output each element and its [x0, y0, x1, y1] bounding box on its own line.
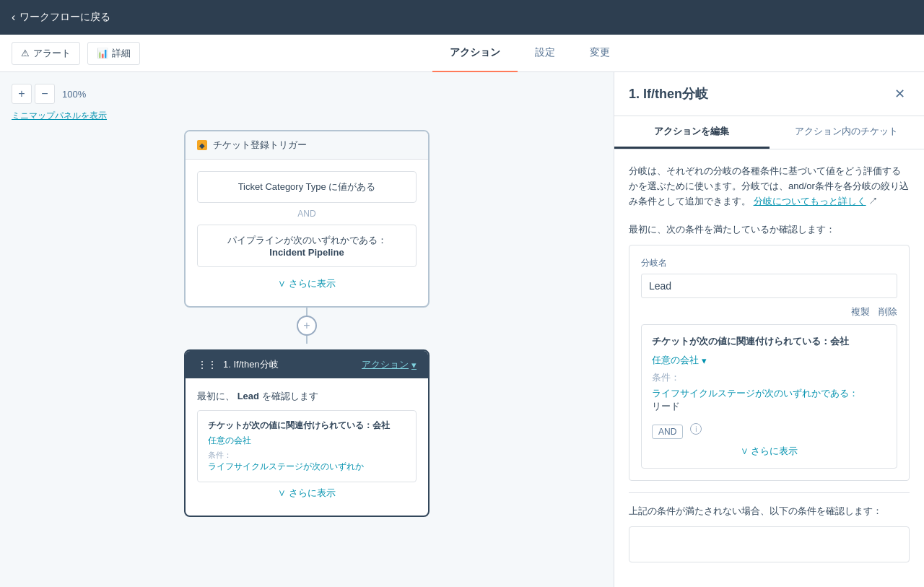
panel-description: 分岐は、それぞれの分岐の各種条件に基づいて値をどう評価するかを選ぶために使います…	[629, 164, 910, 209]
and-badge: AND	[652, 425, 683, 439]
trigger-condition-2: パイプラインが次のいずれかである： Incident Pipeline	[197, 225, 417, 267]
right-panel: 1. If/then分岐 ✕ アクションを編集 アクション内のチケット 分岐は、…	[614, 72, 924, 587]
branch-name-label: 分岐名	[641, 257, 897, 269]
trigger-node: ◆ チケット登録トリガー Ticket Category Type に値がある …	[184, 130, 430, 308]
lifecycle-link[interactable]: ライフサイクルステージが次のいずれか	[208, 461, 406, 473]
toolbar-tabs: アクション 設定 変更	[432, 34, 627, 72]
alert-button[interactable]: ⚠ アラート	[12, 42, 80, 65]
detail-label: 詳細	[112, 47, 131, 60]
trigger-show-more[interactable]: ∨ さらに表示	[197, 273, 417, 295]
connector-line-2	[306, 336, 308, 344]
chart-icon: 📊	[97, 48, 108, 58]
condition-show-more[interactable]: ∨ さらに表示	[652, 439, 886, 458]
connector-1: +	[297, 308, 317, 344]
main-layout: + − 100% ミニマップパネルを表示 ◆ チケット登録トリガー Ticket…	[0, 72, 924, 587]
action-header-label: 1. If/then分岐	[223, 358, 279, 371]
chevron-down-icon: ∨	[278, 278, 286, 289]
canvas-controls: + − 100%	[12, 84, 90, 104]
next-condition-box	[629, 526, 910, 562]
alert-label: アラート	[33, 47, 71, 60]
add-node-button[interactable]: +	[297, 316, 317, 336]
external-link-icon: ↗	[868, 196, 878, 206]
company-link[interactable]: 任意の会社	[208, 435, 406, 447]
trigger-and: AND	[197, 209, 417, 219]
detail-button[interactable]: 📊 詳細	[87, 42, 140, 65]
panel-tab-edit[interactable]: アクションを編集	[614, 116, 770, 149]
branch-icon: ⋮⋮	[197, 359, 217, 370]
action-link[interactable]: アクション ▾	[362, 358, 417, 371]
section-divider	[629, 492, 910, 493]
branch-actions: 複製 削除	[641, 305, 897, 318]
back-button[interactable]: ‹ ワークフローに戻る	[12, 11, 110, 24]
action-show-more[interactable]: ∨ さらに表示	[197, 482, 417, 504]
trigger-body: Ticket Category Type に値がある AND パイプラインが次の…	[186, 160, 428, 306]
panel-body: 分岐は、それぞれの分岐の各種条件に基づいて値をどう評価するかを選ぶために使います…	[614, 149, 924, 587]
lifecycle-condition[interactable]: ライフサイクルステージが次のいずれかである： リード	[652, 387, 886, 413]
top-nav: ‹ ワークフローに戻る	[0, 0, 924, 35]
chevron-down-icon-2: ∨	[278, 487, 286, 498]
minimap-link[interactable]: ミニマップパネルを表示	[12, 110, 107, 122]
delete-link[interactable]: 削除	[879, 305, 897, 318]
toolbar: ⚠ アラート 📊 詳細 アクション 設定 変更	[0, 35, 924, 72]
tab-changes[interactable]: 変更	[572, 35, 627, 73]
panel-tabs: アクションを編集 アクション内のチケット	[614, 116, 924, 149]
action-node: ⋮⋮ 1. If/then分岐 アクション ▾ 最初に、 Lead を確認します…	[184, 349, 430, 517]
action-condition-box: チケットが次の値に関連付けられている：会社 任意の会社 条件： ライフサイクルス…	[197, 410, 417, 482]
panel-title: 1. If/then分岐	[629, 85, 708, 103]
back-arrow-icon: ‹	[12, 11, 15, 24]
info-icon[interactable]: i	[690, 423, 702, 435]
next-section-label: 上記の条件が満たされない場合、以下の条件を確認します：	[629, 505, 910, 518]
condition-card: チケットが次の値に関連付けられている：会社 任意の会社 ▾ 条件： ライフサイク…	[641, 324, 897, 469]
trigger-icon: ◆	[197, 140, 207, 150]
trigger-label: チケット登録トリガー	[213, 139, 307, 152]
panel-header: 1. If/then分岐 ✕	[614, 72, 924, 116]
trigger-condition-2-value: Incident Pipeline	[269, 247, 344, 258]
branch-card: 分岐名 複製 削除 チケットが次の値に関連付けられている：会社 任意の会社 ▾ …	[629, 245, 910, 481]
cond-label: 条件：	[208, 450, 406, 461]
dropdown-chevron: ▾	[702, 355, 707, 366]
close-button[interactable]: ✕	[889, 84, 910, 104]
company-dropdown[interactable]: 任意の会社 ▾	[652, 354, 707, 367]
panel-tab-ticket[interactable]: アクション内のチケット	[770, 116, 925, 149]
back-label: ワークフローに戻る	[19, 11, 110, 24]
trigger-condition-1: Ticket Category Type に値がある	[197, 171, 417, 203]
canvas-area: + − 100% ミニマップパネルを表示 ◆ チケット登録トリガー Ticket…	[0, 72, 614, 587]
section-label: 最初に、次の条件を満たしているか確認します：	[629, 223, 910, 236]
workflow-container: ◆ チケット登録トリガー Ticket Category Type に値がある …	[184, 130, 430, 517]
trigger-header: ◆ チケット登録トリガー	[186, 131, 428, 160]
lead-confirm-text: 最初に、 Lead を確認します	[197, 390, 417, 403]
duplicate-link[interactable]: 複製	[851, 305, 870, 318]
zoom-out-button[interactable]: −	[35, 84, 55, 104]
zoom-in-button[interactable]: +	[12, 84, 32, 104]
connector-line	[306, 308, 308, 316]
branch-name-input[interactable]	[641, 274, 897, 298]
tab-settings[interactable]: 設定	[518, 35, 572, 73]
alert-icon: ⚠	[21, 48, 30, 58]
zoom-level: 100%	[58, 89, 90, 100]
condition-title: チケットが次の値に関連付けられている：会社	[652, 335, 886, 348]
description-link[interactable]: 分岐についてもっと詳しく	[754, 196, 866, 206]
cond-title: チケットが次の値に関連付けられている：会社	[208, 419, 406, 432]
action-header: ⋮⋮ 1. If/then分岐 アクション ▾	[186, 351, 428, 378]
chevron-down-icon-3: ∨	[741, 445, 749, 456]
tab-action[interactable]: アクション	[432, 35, 518, 73]
chevron-icon: ▾	[411, 360, 417, 370]
trigger-condition-2-label: パイプラインが次のいずれかである：	[227, 235, 387, 245]
condition-label: 条件：	[652, 371, 886, 384]
action-body: 最初に、 Lead を確認します チケットが次の値に関連付けられている：会社 任…	[186, 378, 428, 516]
